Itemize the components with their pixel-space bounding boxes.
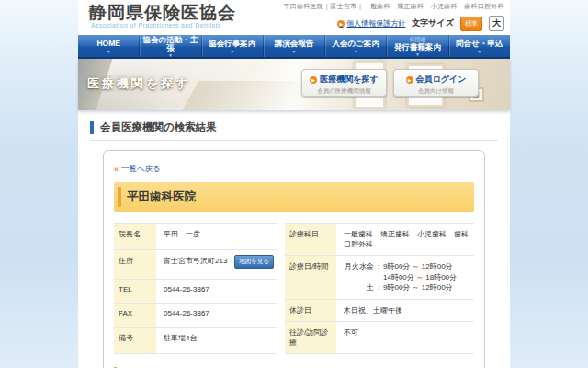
- nav-label: 発行書籍案内: [394, 43, 441, 52]
- member-login-button[interactable]: ▶ 会員ログイン 会員向け情報: [393, 69, 479, 97]
- table-row: 住所 地図を見る 富士宮市弓沢町213: [114, 249, 277, 279]
- accent-bar: [118, 187, 121, 207]
- banner-buttons: ▶ 医療機関を探す 会員の医療機関情報 ▶ 会員ログイン 会員向け情報: [301, 69, 479, 97]
- clinic-name: 平田歯科医院: [127, 190, 196, 203]
- clinic-name-bar: 平田歯科医院: [114, 182, 474, 212]
- row-label: 院長名: [114, 224, 156, 250]
- main-nav: HOME ▼ 協会の活動・主張 ▼ 協会行事案内 ▼ 講演会報告 ▼ 入会のご案…: [78, 35, 510, 59]
- arrow-circle-icon: ▶: [406, 76, 413, 84]
- nav-label: 講演会報告: [275, 40, 314, 48]
- row-label: 往診/訪問診療: [285, 321, 336, 353]
- table-row: 診療日/時間 月火水金 ： 9時00分 ～ 12時00分 14時00分 ～ 18…: [285, 256, 474, 300]
- breadcrumb: 平田歯科医院｜富士宮市｜一般歯科 矯正歯科 小児歯科 歯科口腔外科: [283, 2, 504, 11]
- table-row: 往診/訪問診療 不可: [285, 321, 474, 353]
- double-chevron-left-icon: «: [114, 165, 119, 174]
- privacy-policy-label: 個人情報保護方針: [346, 18, 405, 29]
- nav-item-activities[interactable]: 協会の活動・主張 ▼: [140, 35, 201, 57]
- chevron-down-icon: ▼: [477, 50, 481, 54]
- header-tools: ▶ 個人情報保護方針 文字サイズ 標準 大: [283, 16, 504, 31]
- row-label: 住所: [114, 249, 156, 279]
- site-tagline: Association of Practitioners and Dentist…: [89, 22, 236, 29]
- site-title: 静岡県保険医協会: [89, 3, 236, 22]
- page-title: 会員医療機関の検索結果: [90, 121, 498, 134]
- nav-item-join[interactable]: 入会のご案内 ▼: [325, 35, 387, 57]
- fax-value: 0544-26-3867: [156, 303, 277, 327]
- row-label: 診療日/時間: [285, 256, 336, 300]
- basic-info-table: 院長名 平田 一彦 住所 地図を見る 富士宮市弓沢町213 TEL 0544-2…: [114, 223, 277, 354]
- chevron-down-icon: ▼: [354, 50, 358, 54]
- back-to-list-label: 一覧へ戻る: [121, 164, 161, 175]
- tel-value: 0544-26-3867: [156, 279, 277, 303]
- chevron-down-icon: ▼: [415, 52, 420, 57]
- row-label: 休診日: [285, 299, 336, 321]
- director-name: 平田 一彦: [156, 224, 277, 250]
- subjects-value: 一般歯科 矯正歯科 小児歯科 歯科口腔外科: [336, 224, 474, 256]
- privacy-policy-link[interactable]: ▶ 個人情報保護方針: [337, 18, 405, 29]
- photo-shadow: [177, 81, 309, 110]
- site-header: 静岡県保険医協会 Association of Practitioners an…: [78, 0, 510, 35]
- member-login-subtitle: 会員向け情報: [394, 87, 478, 96]
- nav-item-events[interactable]: 協会行事案内 ▼: [202, 35, 264, 57]
- find-clinic-button[interactable]: ▶ 医療機関を探す 会員の医療機関情報: [301, 69, 387, 97]
- row-label: FAX: [114, 303, 156, 327]
- schedule-cell: 月火水金 ： 9時00分 ～ 12時00分 14時00分 ～ 18時00分 土 …: [336, 256, 474, 300]
- address-value: 富士宮市弓沢町213: [164, 257, 227, 265]
- font-size-standard-button[interactable]: 標準: [460, 17, 482, 31]
- table-row: 診療科目 一般歯科 矯正歯科 小児歯科 歯科口腔外科: [285, 224, 474, 256]
- arrow-circle-icon: ▶: [337, 20, 345, 28]
- schedule-entry: 月火水金 ： 9時00分 ～ 12時00分 14時00分 ～ 18時00分: [344, 261, 470, 282]
- nav-item-lecture-reports[interactable]: 講演会報告 ▼: [264, 35, 325, 57]
- chevron-down-icon: ▼: [292, 50, 297, 54]
- member-login-label: 会員ログイン: [416, 74, 467, 86]
- clinic-detail-card: « 一覧へ戻る 平田歯科医院 院長名 平田 一彦 住所 地図を見る: [103, 150, 485, 368]
- site-logo[interactable]: 静岡県保険医協会 Association of Practitioners an…: [89, 3, 236, 29]
- banner-caption: 医療機関を探す: [87, 75, 191, 92]
- table-row: 休診日 木日祝、土曜午後: [285, 299, 474, 321]
- nav-label: 問合せ・申込: [456, 40, 503, 48]
- font-size-label: 文字サイズ: [412, 17, 454, 29]
- note-value: 駐車場4台: [156, 328, 277, 354]
- nav-item-contact[interactable]: 問合せ・申込 ▼: [449, 35, 510, 57]
- row-label: 備考: [114, 328, 156, 354]
- nav-item-publications[interactable]: 保団連 発行書籍案内 ▼: [387, 35, 448, 57]
- map-button[interactable]: 地図を見る: [234, 255, 274, 269]
- closed-days-value: 木日祝、土曜午後: [336, 299, 474, 321]
- row-label: TEL: [114, 279, 156, 303]
- house-call-value: 不可: [336, 321, 474, 353]
- schedule-entry: 土 ： 9時00分 ～ 12時00分: [344, 282, 470, 293]
- table-row: FAX 0544-26-3867: [114, 303, 277, 327]
- nav-label: 協会行事案内: [209, 40, 255, 48]
- table-row: TEL 0544-26-3867: [114, 279, 277, 303]
- nav-label: HOME: [96, 40, 120, 48]
- arrow-circle-icon: ▶: [310, 76, 317, 84]
- address-cell: 地図を見る 富士宮市弓沢町213: [156, 249, 277, 279]
- table-row: 備考 駐車場4台: [114, 328, 277, 354]
- detail-tables: 院長名 平田 一彦 住所 地図を見る 富士宮市弓沢町213 TEL 0544-2…: [114, 223, 474, 354]
- medical-info-table: 診療科目 一般歯科 矯正歯科 小児歯科 歯科口腔外科 診療日/時間 月火水金 ：…: [285, 223, 474, 354]
- chevron-down-icon: ▼: [107, 50, 111, 54]
- back-to-list-link[interactable]: « 一覧へ戻る: [114, 164, 161, 175]
- main-content: 会員医療機関の検索結果 « 一覧へ戻る 平田歯科医院 院長名 平田 一彦 住所: [78, 110, 510, 368]
- nav-label: 協会の活動・主張: [140, 36, 200, 53]
- find-clinic-subtitle: 会員の医療機関情報: [302, 87, 386, 96]
- chevron-down-icon: ▼: [168, 53, 173, 58]
- chevron-down-icon: ▼: [230, 50, 234, 54]
- nav-label: 入会のご案内: [333, 40, 379, 48]
- header-right: 平田歯科医院｜富士宮市｜一般歯科 矯正歯科 小児歯科 歯科口腔外科 ▶ 個人情報…: [283, 2, 504, 31]
- page-container: 静岡県保険医協会 Association of Practitioners an…: [78, 0, 510, 368]
- nav-item-home[interactable]: HOME ▼: [78, 35, 140, 57]
- table-row: 院長名 平田 一彦: [114, 224, 277, 250]
- hero-banner: 図 医療機関を探す ▶ 医療機関を探す 会員の医療機関情報 ▶ 会員ログイン 会…: [78, 59, 510, 110]
- page-title-wrap: 会員医療機関の検索結果: [90, 121, 498, 141]
- find-clinic-label: 医療機関を探す: [320, 74, 378, 86]
- font-size-large-button[interactable]: 大: [489, 16, 504, 31]
- row-label: 診療科目: [285, 224, 336, 256]
